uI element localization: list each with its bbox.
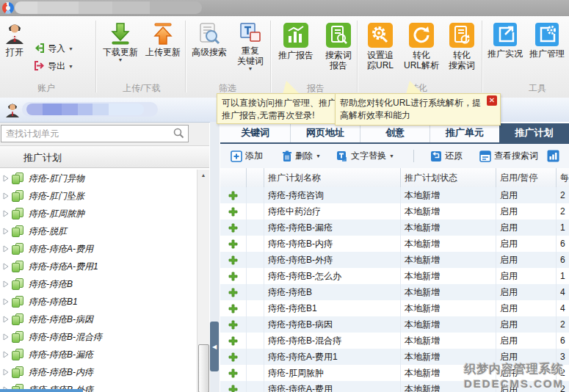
expand-arrow-icon [2, 333, 10, 341]
duplicate-keywords-button[interactable]: 重复 关键词 ▼ [231, 22, 270, 72]
restore-button[interactable]: 还原 [430, 150, 463, 162]
promotion-live-button[interactable]: 推广实况 [486, 22, 524, 59]
text-replace-icon [336, 150, 348, 162]
tree-item[interactable]: 痔疮-肛周脓肿 [0, 205, 197, 222]
username-blurred [22, 102, 158, 117]
plan-status: 本地新增 [401, 219, 496, 236]
delete-caret-icon[interactable]: ▼ [316, 153, 321, 159]
app-window: 打开 导入 ▼ 导出 ▼ 账户 下载更新 ▼ [0, 0, 569, 392]
tab-promotion-unit[interactable]: 推广单元 [430, 123, 499, 142]
plan-tree: 痔疮-肛门异物 痔疮-肛门坠胀 痔疮-肛周脓肿 痔疮-脱肛 痔疮-痔疮A-费用 … [0, 170, 197, 392]
tree-item[interactable]: 痔疮-痔疮B-混合痔 [0, 328, 197, 346]
text-replace-caret-icon[interactable]: ▼ [389, 153, 394, 159]
search-input[interactable] [1, 125, 189, 142]
import-button[interactable]: 导入 ▼ [34, 43, 73, 55]
add-plan-icon[interactable] [220, 365, 247, 381]
tab-creative[interactable]: 创意 [360, 123, 430, 142]
add-plan-icon[interactable] [220, 349, 247, 365]
tree-item[interactable]: 痔疮-痔疮B [0, 275, 197, 293]
tree-item[interactable]: 痔疮-痔疮A-费用 [0, 240, 197, 258]
scroll-up-arrow-icon[interactable]: ▲ [197, 170, 209, 181]
tree-item[interactable]: 痔疮-痔疮B-病因 [0, 311, 197, 328]
export-button[interactable]: 导出 ▼ [34, 60, 73, 73]
add-icon [231, 150, 242, 162]
title-bar[interactable] [0, 0, 569, 17]
header-plan-status[interactable]: 推广计划状态 [401, 168, 496, 187]
search-terms-window-icon [479, 150, 491, 162]
plan-budget: 2 [557, 187, 569, 203]
watermark: 织梦内容管理系统 DEDECMS.COM [464, 362, 564, 390]
view-search-terms-button[interactable]: 查看搜索词 [479, 150, 538, 162]
plan-status: 本地新增 [401, 236, 496, 252]
balloon-close-icon[interactable] [487, 95, 497, 106]
header-enable-pause[interactable]: 启用/暂停 [496, 168, 557, 187]
table-row[interactable]: 痔疮-痔疮B-怎么办 本地新增 启用 1 [220, 268, 569, 284]
tree-item[interactable]: 痔疮-肛门异物 [0, 170, 197, 187]
delete-button[interactable]: 删除 ▼ [282, 150, 321, 162]
plan-pages-icon [11, 331, 24, 343]
promotion-report-label: 推广报告 [276, 50, 316, 60]
add-plan-icon[interactable] [220, 381, 247, 392]
splitter-collapse-handle[interactable]: ◀ [210, 322, 219, 371]
tree-scrollbar[interactable]: ▲ [197, 170, 209, 392]
table-row[interactable]: 痔疮-痔疮B-混合痔 本地新增 启用 6 [220, 333, 569, 349]
table-row[interactable]: 痔疮-痔疮B-漏疮 本地新增 启用 1 [220, 219, 569, 236]
table-row[interactable]: 痔疮-痔疮B 本地新增 启用 4 [220, 284, 569, 300]
search-term-report-button[interactable]: 搜索词 报告 [319, 22, 358, 70]
tab-web-address[interactable]: 网页地址 [290, 123, 360, 142]
table-row[interactable]: 痔疮中药治疗 本地新增 启用 2 [220, 203, 569, 219]
table-row[interactable]: 痔疮-痔疮B1 本地新增 启用 4 [220, 300, 569, 316]
tree-item[interactable]: 痔疮-痔疮A-费用1 [0, 258, 197, 275]
report-magnifier-icon [319, 22, 358, 48]
promotion-manage-label: 推广管理 [527, 48, 567, 59]
plan-budget: 6 [557, 236, 569, 252]
tree-item[interactable]: 痔疮-痔疮B-内痔 [0, 363, 197, 381]
duplicate-keywords-caret-icon[interactable]: ▼ [231, 66, 270, 72]
add-plan-icon[interactable] [220, 316, 247, 333]
conversion-search-terms-button[interactable]: 转化 搜索词 [443, 22, 480, 70]
header-plan-name[interactable]: 推广计划名称 [264, 168, 401, 187]
add-plan-icon[interactable] [220, 219, 247, 236]
add-plan-icon[interactable] [220, 300, 247, 316]
advanced-search-button[interactable]: 高级搜索 [189, 22, 229, 57]
text-replace-button[interactable]: 文字替换 ▼ [336, 150, 394, 162]
tab-keywords[interactable]: 关键词 [220, 123, 290, 142]
search-icon[interactable] [173, 128, 184, 142]
add-plan-icon[interactable] [220, 252, 247, 268]
tree-item[interactable]: 痔疮-痔疮B-漏疮 [0, 346, 197, 363]
promotion-live-label: 推广实况 [486, 48, 524, 59]
add-plan-icon[interactable] [220, 284, 247, 300]
add-plan-icon[interactable] [220, 203, 247, 219]
download-update-button[interactable]: 下载更新 ▼ [100, 22, 141, 63]
plan-status: 本地新增 [401, 333, 496, 349]
add-plan-icon[interactable] [220, 333, 247, 349]
header-budget-partial[interactable]: 每 [557, 168, 569, 187]
tree-item[interactable]: 痔疮-痔疮B1 [0, 293, 197, 311]
add-button[interactable]: 添加 [231, 150, 263, 162]
expand-arrow-icon [2, 192, 10, 200]
table-row[interactable]: 痔疮-痔疮B-内痔 本地新增 启用 6 [220, 236, 569, 252]
plan-name: 痔疮-痔疮B1 [264, 300, 401, 316]
add-plan-icon[interactable] [220, 268, 247, 284]
download-update-caret-icon[interactable]: ▼ [100, 57, 141, 63]
tree-item[interactable]: 痔疮-脱肛 [0, 222, 197, 240]
data-chart-button[interactable] [547, 150, 559, 162]
set-tracking-url-button[interactable]: 设置追 踪URL [361, 22, 399, 70]
plan-state: 启用 [496, 300, 557, 316]
conversion-url-parse-button[interactable]: 转化 URL解析 [401, 22, 442, 70]
export-dropdown-caret-icon[interactable]: ▼ [68, 64, 73, 70]
tree-item[interactable]: 痔疮-肛门坠胀 [0, 187, 197, 205]
window-title-blurred [15, 1, 202, 14]
add-plan-icon[interactable] [220, 187, 247, 203]
import-dropdown-caret-icon[interactable]: ▼ [68, 46, 73, 52]
open-account-button[interactable]: 打开 [1, 22, 28, 57]
add-plan-icon[interactable] [220, 236, 247, 252]
promotion-report-button[interactable]: 推广报告 [276, 22, 316, 60]
table-row[interactable]: 痔疮-痔疮咨询 本地新增 启用 2 [220, 187, 569, 203]
table-row[interactable]: 痔疮-痔疮B-病因 本地新增 启用 2 [220, 316, 569, 333]
tree-scrollbar-thumb[interactable] [198, 344, 209, 392]
tab-promotion-plan[interactable]: 推广计划 [499, 123, 569, 142]
upload-update-button[interactable]: 上传更新 [142, 22, 184, 57]
promotion-manage-button[interactable]: 推广管理 [527, 22, 567, 59]
table-row[interactable]: 痔疮-痔疮B-外痔 本地新增 启用 6 [220, 252, 569, 268]
